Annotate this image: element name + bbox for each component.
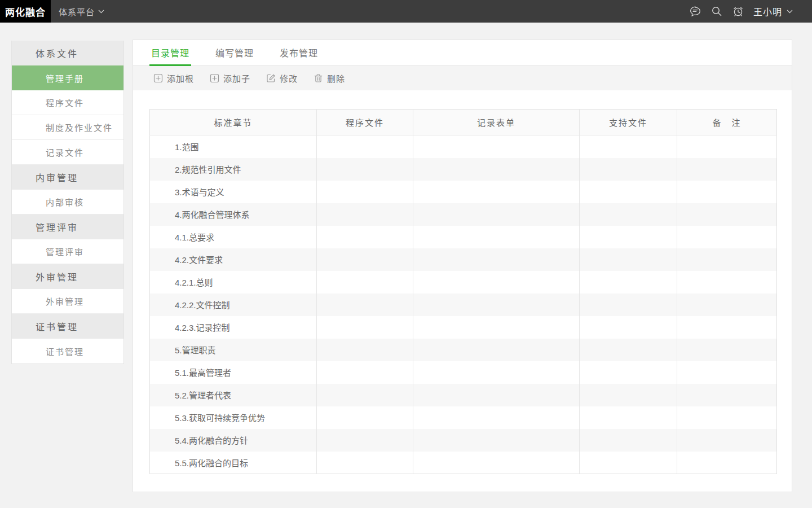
cell-procedure: [317, 135, 413, 158]
cell-remark: [677, 452, 777, 474]
cell-procedure: [317, 406, 413, 429]
sidebar-item[interactable]: 制度及作业文件: [12, 115, 123, 140]
cell-remark: [677, 271, 777, 294]
cell-record: [413, 181, 580, 203]
cell-chapter: 5.3.获取可持续竞争优势: [150, 406, 317, 429]
catalog-table: 标准章节程序文件记录表单支持文件备 注 1.范围2.规范性引用文件3.术语与定义…: [149, 109, 777, 474]
cell-support: [580, 429, 677, 452]
table-row[interactable]: 5.2.管理者代表: [150, 384, 777, 406]
sidebar-section-header[interactable]: 体系文件: [12, 41, 123, 65]
table-header-cell: 备 注: [677, 110, 777, 135]
cell-remark: [677, 339, 777, 361]
sidebar-section-header[interactable]: 外审管理: [12, 264, 123, 289]
cell-remark: [677, 203, 777, 226]
cell-record: [413, 135, 580, 158]
cell-support: [580, 294, 677, 316]
toolbar-button[interactable]: 添加子: [210, 72, 250, 84]
cell-support: [580, 203, 677, 226]
cell-procedure: [317, 316, 413, 339]
cell-support: [580, 135, 677, 158]
search-icon[interactable]: [710, 5, 723, 17]
user-menu[interactable]: 王小明: [753, 5, 793, 18]
cell-chapter: 1.范围: [150, 135, 317, 158]
sidebar-section-header[interactable]: 内审管理: [12, 165, 123, 190]
cell-procedure: [317, 226, 413, 248]
app-logo: 两化融合: [0, 0, 51, 23]
cell-procedure: [317, 429, 413, 452]
table-row[interactable]: 4.2.3.记录控制: [150, 316, 777, 339]
cell-procedure: [317, 339, 413, 361]
sidebar-item[interactable]: 记录文件: [12, 140, 123, 165]
table-row[interactable]: 5.5.两化融合的目标: [150, 452, 777, 474]
sidebar-item[interactable]: 管理手册: [12, 65, 123, 90]
table-row[interactable]: 2.规范性引用文件: [150, 158, 777, 181]
platform-dropdown[interactable]: 体系平台: [59, 6, 104, 17]
sidebar-item[interactable]: 外审管理: [12, 289, 123, 314]
cell-support: [580, 158, 677, 181]
cell-record: [413, 406, 580, 429]
table-header-cell: 支持文件: [580, 110, 677, 135]
alarm-icon[interactable]: [732, 5, 744, 17]
table-header-cell: 程序文件: [317, 110, 413, 135]
cell-chapter: 4.2.1.总则: [150, 271, 317, 294]
cell-procedure: [317, 203, 413, 226]
table-row[interactable]: 3.术语与定义: [150, 181, 777, 203]
table-row[interactable]: 1.范围: [150, 135, 777, 158]
cell-support: [580, 316, 677, 339]
cell-chapter: 3.术语与定义: [150, 181, 317, 203]
toolbar: 添加根添加子修改删除: [133, 65, 792, 90]
cell-procedure: [317, 294, 413, 316]
cell-chapter: 4.两化融合管理体系: [150, 203, 317, 226]
cell-support: [580, 339, 677, 361]
tab[interactable]: 目录管理: [149, 40, 191, 65]
cell-record: [413, 452, 580, 474]
cell-remark: [677, 294, 777, 316]
toolbar-button[interactable]: 删除: [314, 72, 345, 84]
cell-support: [580, 271, 677, 294]
table-row[interactable]: 4.2.文件要求: [150, 248, 777, 271]
cell-remark: [677, 158, 777, 181]
cell-record: [413, 384, 580, 406]
cell-chapter: 5.2.管理者代表: [150, 384, 317, 406]
cell-record: [413, 316, 580, 339]
table-row[interactable]: 4.两化融合管理体系: [150, 203, 777, 226]
message-icon[interactable]: [689, 5, 701, 17]
trash-icon: [314, 73, 323, 83]
cell-remark: [677, 135, 777, 158]
topbar-actions: 王小明: [689, 5, 812, 18]
sidebar-item[interactable]: 程序文件: [12, 90, 123, 115]
table-row[interactable]: 5.1.最高管理者: [150, 361, 777, 384]
cell-remark: [677, 226, 777, 248]
table-row[interactable]: 5.3.获取可持续竞争优势: [150, 406, 777, 429]
sidebar-section-header[interactable]: 证书管理: [12, 314, 123, 339]
table-row[interactable]: 4.1.总要求: [150, 226, 777, 248]
cell-remark: [677, 384, 777, 406]
cell-remark: [677, 316, 777, 339]
cell-support: [580, 406, 677, 429]
toolbar-button-label: 删除: [327, 72, 345, 84]
table-row[interactable]: 4.2.1.总则: [150, 271, 777, 294]
sidebar-item[interactable]: 管理评审: [12, 239, 123, 264]
cell-support: [580, 452, 677, 474]
table-row[interactable]: 4.2.2.文件控制: [150, 294, 777, 316]
cell-remark: [677, 429, 777, 452]
toolbar-button[interactable]: 修改: [266, 72, 298, 84]
cell-procedure: [317, 248, 413, 271]
tab[interactable]: 发布管理: [278, 40, 320, 65]
toolbar-button[interactable]: 添加根: [153, 72, 194, 84]
table-header-cell: 标准章节: [150, 110, 317, 135]
edit-icon: [266, 73, 276, 83]
tab[interactable]: 编写管理: [214, 40, 255, 65]
cell-remark: [677, 248, 777, 271]
table-row[interactable]: 5.4.两化融合的方针: [150, 429, 777, 452]
cell-record: [413, 226, 580, 248]
toolbar-button-label: 添加子: [223, 72, 250, 84]
cell-remark: [677, 406, 777, 429]
cell-chapter: 2.规范性引用文件: [150, 158, 317, 181]
sidebar-item[interactable]: 内部审核: [12, 190, 123, 214]
sidebar-section-header[interactable]: 管理评审: [12, 214, 123, 239]
sidebar-item[interactable]: 证书管理: [12, 339, 123, 364]
table-row[interactable]: 5.管理职责: [150, 339, 777, 361]
cell-record: [413, 203, 580, 226]
cell-procedure: [317, 271, 413, 294]
